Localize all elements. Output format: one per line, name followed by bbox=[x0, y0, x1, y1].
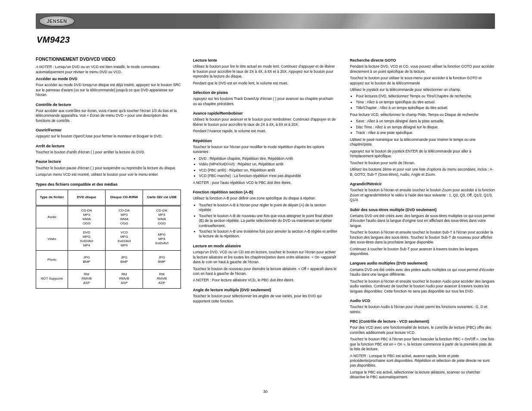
cell: DVDMPGXviD/AVIMP4 bbox=[68, 228, 105, 250]
cell: VCDMPGXviD/AVIMP4 bbox=[106, 228, 143, 250]
pbc-p2: Touchez le bouton PBC à l'écran pour fai… bbox=[350, 337, 495, 352]
section-list: Touchez le bouton A-B à l'écran pour rég… bbox=[193, 203, 338, 239]
zoom-p: Touchez le bouton à l'écran et ensuite t… bbox=[350, 188, 495, 202]
cell: CD-DAMP3WMAOGG bbox=[68, 206, 105, 228]
list-item: Touchez le bouton A-B de nouveau une foi… bbox=[199, 214, 338, 228]
subhead-track: Sélection de pistes bbox=[193, 90, 338, 95]
th-cd: Disque CD-R/RW bbox=[106, 190, 143, 205]
repeat-p: Touchez le bouton sur l'écran pour modif… bbox=[193, 145, 338, 155]
cell: CD-DAMP3WMAOGG bbox=[106, 206, 143, 228]
subhead-angle: Angle de lecture multiple (DVD seulement… bbox=[193, 287, 338, 293]
list-item: VCD (PBC marche) : La fonction répétitio… bbox=[199, 174, 338, 178]
page-number: 30 bbox=[36, 389, 495, 394]
cell: Photo bbox=[36, 250, 68, 269]
goto-list-2: Save : Allez à un temps désigné dans la … bbox=[350, 119, 495, 135]
cell: RMRMVBASP bbox=[106, 269, 143, 288]
pbc-p3: Lorsque le PBC est activé, sélectionner … bbox=[350, 370, 495, 380]
column-2: Lecture lente Utilisez le bouton pour li… bbox=[193, 56, 338, 382]
cell: Vidéo bbox=[36, 228, 68, 250]
section-p: Utilisez la fonction A-B pour définir un… bbox=[193, 196, 338, 201]
list-item: Pour lectures DVD, sélectionnez Temps ou… bbox=[356, 94, 495, 99]
table-row: Vidéo DVDMPGXviD/AVIMP4 VCDMPGXviD/AVIMP… bbox=[36, 228, 181, 250]
subhead-fast: Avance rapide/Rembobiner bbox=[193, 111, 338, 116]
subtitle-p2: Touchez le bouton à l'écran et ensuite t… bbox=[350, 230, 495, 245]
random-note: A NOTER : Pour lecture aléatoire VCD, le… bbox=[193, 278, 338, 283]
goto-p2: Touchez le bouton pour utiliser le sous-… bbox=[350, 76, 495, 86]
subhead-random: Lecture en mode aléatoire bbox=[193, 243, 338, 249]
table-row: Audio CD-DAMP3WMAOGG CD-DAMP3WMAOGG CD-D… bbox=[36, 206, 181, 228]
column-3: Recherche directe GOTO Pendant la lectur… bbox=[350, 56, 495, 382]
slow-p1: Utilisez le bouton pour lire le titre ac… bbox=[193, 64, 338, 79]
fast-p2: Pendant l'Avance rapide, le volume est m… bbox=[193, 129, 338, 134]
list-item: DVD : Répétition chapitre, Répétition ti… bbox=[199, 156, 338, 161]
angle-p: Touchez le bouton pour sélectionner les … bbox=[193, 294, 338, 304]
list-item: Time : Allez à un temps spécifique du ti… bbox=[356, 100, 495, 105]
cell: JPGBMP bbox=[106, 250, 143, 269]
list-item: Vidéo (MP4/XviD/AVI) : Répétez un, Répét… bbox=[199, 162, 338, 167]
content-columns: FONCTIONNEMENT DVD/VCD VIDEO A NOTER : L… bbox=[36, 56, 495, 382]
media-table-body: Audio CD-DAMP3WMAOGG CD-DAMP3WMAOGG CD-D… bbox=[36, 205, 181, 289]
repeat-note: A NOTER : pour l'auto répétition VCD le … bbox=[193, 181, 338, 185]
column-1: FONCTIONNEMENT DVD/VCD VIDEO A NOTER : L… bbox=[36, 56, 181, 382]
random-p2: Touchez le bouton de nouveau pour éteind… bbox=[193, 267, 338, 277]
subhead-pause: Pause lecture bbox=[36, 159, 181, 164]
control-text: Pour accéder aux contrôles sur écran, vo… bbox=[36, 109, 181, 123]
audiovcd-p: Touchez le bouton Audio à l'écran pour c… bbox=[350, 305, 495, 314]
media-table-head: Type de fichier DVD disque Disque CD-R/R… bbox=[36, 190, 181, 206]
cell: NOT Supporté bbox=[36, 269, 68, 288]
fast-p1: Utilisez le bouton pour avancer et le bo… bbox=[193, 117, 338, 127]
goto-p4: Pour lecture VCD, sélectionnez le champ … bbox=[350, 112, 495, 117]
th-sdusb: Carte SD/ clé USB bbox=[143, 190, 180, 205]
cell: MPGMP4XviD/AVI bbox=[143, 228, 180, 250]
pbc-p1: Pour des VCD avec une fonctionnalité de … bbox=[350, 325, 495, 335]
pause-text-2: Lorsqu'un menu VCD est montré, utilisez … bbox=[36, 172, 181, 177]
subhead-audiovcd: Audio VCD bbox=[350, 298, 495, 303]
access-mode-text: Pour accéder au mode DVD lorsqu'un disqu… bbox=[36, 83, 181, 97]
goto-p3: Utilisez le joystick sur la télécommande… bbox=[350, 87, 495, 92]
brand-logo: JENSEN bbox=[39, 16, 75, 26]
subhead-audiolang: Langues audio multiples (DVD seulement) bbox=[350, 261, 495, 266]
list-item: Disc Time : Allez à un temps désigné sur… bbox=[356, 125, 495, 130]
cell: CD-DAMP3WMAOGG bbox=[143, 206, 180, 228]
subhead-stop: Arrêt de lecture bbox=[36, 143, 181, 149]
subhead-open-close: Ouvrir/Fermer bbox=[36, 128, 181, 133]
audiolang-p1: Certains DVD ont été créés avec des pist… bbox=[350, 268, 495, 277]
audiolang-p2: Touchez le bouton à l'écran et ensuite t… bbox=[350, 279, 495, 294]
goto-p5c: Touchez le bouton pour sortir de l'écran… bbox=[350, 161, 495, 165]
subhead-section-ab: Fonction répétition section (A-B) bbox=[193, 190, 338, 195]
cell: RMRMVBASP bbox=[68, 269, 105, 288]
main-heading: FONCTIONNEMENT DVD/VCD VIDEO bbox=[36, 56, 181, 62]
open-close-text: Appuyez sur le bouton Open/Close pour fe… bbox=[36, 134, 181, 139]
subhead-zoom: Agrandir/Rétrécir bbox=[350, 181, 495, 187]
goto-p5a: Utilisez le pavé numérique sur la téléco… bbox=[350, 137, 495, 147]
random-p1: Lorsqu'un DVD, VCD ou un CD est en lectu… bbox=[193, 250, 338, 265]
list-item: Touchez le bouton A-B une troisième fois… bbox=[199, 229, 338, 239]
stop-text: Touchez le bouton d'arrêt d'écran ( ) po… bbox=[36, 150, 181, 155]
list-item: Touchez le bouton A-B à l'écran pour rég… bbox=[199, 203, 338, 213]
intro-note: A NOTER : Lorsqu'un DVD ou un VCD est bi… bbox=[36, 65, 181, 75]
subhead-control: Contrôle de lecture bbox=[36, 102, 181, 107]
header-banner: JENSEN bbox=[36, 13, 495, 29]
subtitle-p3: Continuez à toucher le bouton Sub-T pour… bbox=[350, 247, 495, 257]
pause-text-1: Touchez le bouton pause d'écran ( ) pour… bbox=[36, 166, 181, 171]
cell: Audio bbox=[36, 206, 68, 228]
th-filetype: Type de fichier bbox=[36, 190, 68, 205]
goto-p1: Pendant la lecture DVD, VCD et CD, vous … bbox=[350, 64, 495, 74]
goto-list-1: Pour lectures DVD, sélectionnez Temps ou… bbox=[350, 94, 495, 110]
subhead-pbc: PBC (Contrôle de lecture - VCD seulement… bbox=[350, 319, 495, 324]
table-row: Photo JPGBMP JPGBMP JPGBMP bbox=[36, 250, 181, 269]
subhead-slow: Lecture lente bbox=[193, 58, 338, 63]
slow-p2: Pendant que le DVD est en mode lent, le … bbox=[193, 81, 338, 86]
repeat-list: DVD : Répétition chapitre, Répétition ti… bbox=[193, 156, 338, 179]
pbc-note: A NOTER : Lorsque le PBC est activé, ava… bbox=[350, 354, 495, 368]
subhead-subtitle: Subir des sous-titres multiple (DVD seul… bbox=[350, 207, 495, 212]
subhead-access-mode: Accéder au mode DVD bbox=[36, 76, 181, 81]
list-item: Track : Allez à une piste spécifique. bbox=[356, 131, 495, 135]
model-number: VM9423 bbox=[37, 35, 495, 45]
subhead-repeat: Répétition bbox=[193, 138, 338, 143]
subtitle-p1: Certains DVD ont été créés avec des lang… bbox=[350, 214, 495, 228]
goto-p6: Utilisez les boutons 2ème et pour voir u… bbox=[350, 167, 495, 177]
list-item: VCD (PBC arrêt) : Répétez un, Répétition… bbox=[199, 168, 338, 173]
cell: JPGBMP bbox=[143, 250, 180, 269]
track-p: Appuyez sur les boutons Track Down/Up d'… bbox=[193, 97, 338, 106]
